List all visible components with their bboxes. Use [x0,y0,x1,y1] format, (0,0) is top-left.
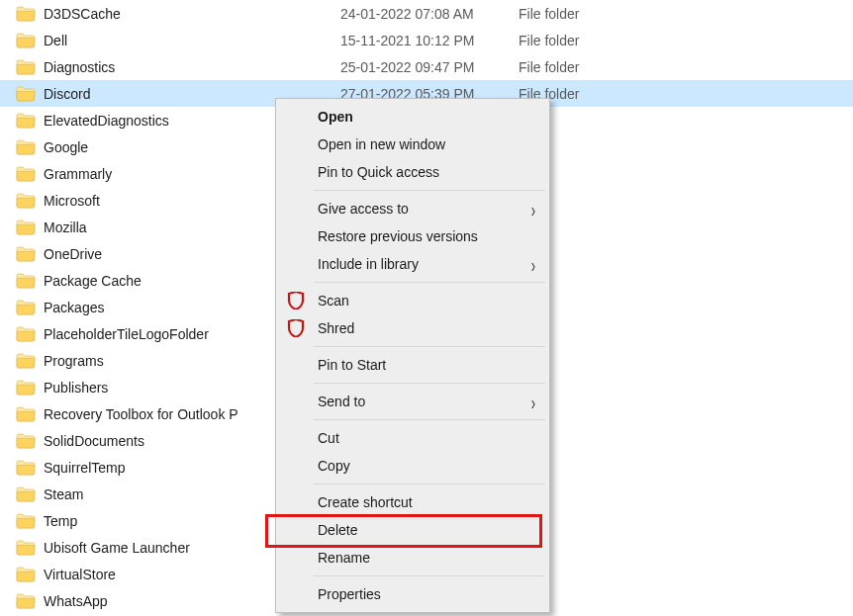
menu-item-scan[interactable]: Scan [278,287,547,314]
file-name: Diagnostics [44,59,340,75]
menu-separator [314,484,545,484]
folder-icon [16,380,36,396]
menu-item-label: Include in library [318,256,419,272]
file-type: File folder [519,6,579,22]
file-row[interactable]: D3DSCache24-01-2022 07:08 AMFile folder [0,0,853,27]
folder-icon [16,246,36,262]
menu-separator [314,190,545,191]
context-menu[interactable]: OpenOpen in new windowPin to Quick acces… [275,98,550,613]
folder-icon [16,193,36,209]
folder-icon [16,567,36,582]
menu-item-label: Open [318,109,353,125]
menu-item-send-to[interactable]: Send to› [278,388,547,415]
menu-item-copy[interactable]: Copy [278,452,547,480]
folder-icon [16,593,36,609]
folder-icon [16,6,36,22]
menu-item-label: Scan [318,293,349,308]
menu-item-label: Restore previous versions [318,228,478,244]
menu-item-label: Shred [318,320,354,336]
folder-icon [16,59,36,75]
menu-item-label: Rename [318,550,370,566]
chevron-right-icon: › [531,390,535,413]
menu-item-label: Open in new window [318,136,445,152]
folder-icon [16,433,36,449]
menu-item-restore-previous-versions[interactable]: Restore previous versions [278,222,547,250]
folder-icon [16,33,36,48]
folder-icon [16,326,36,342]
menu-item-label: Pin to Quick access [318,164,439,180]
menu-item-label: Create shortcut [318,494,413,510]
file-row[interactable]: Diagnostics25-01-2022 09:47 PMFile folde… [0,53,853,80]
menu-item-cut[interactable]: Cut [278,424,547,452]
mcafee-shield-icon [286,292,306,309]
menu-item-open-in-new-window[interactable]: Open in new window [278,131,547,158]
folder-icon [16,540,36,556]
menu-item-give-access-to[interactable]: Give access to› [278,195,547,222]
menu-separator [314,346,545,347]
folder-icon [16,460,36,476]
menu-item-rename[interactable]: Rename [278,544,547,572]
folder-icon [16,139,36,155]
menu-separator [314,575,545,576]
menu-item-label: Pin to Start [318,357,386,373]
file-name: Dell [44,33,340,48]
chevron-right-icon: › [531,197,535,220]
folder-icon [16,486,36,502]
menu-separator [314,282,545,283]
folder-icon [16,220,36,235]
file-date-modified: 15-11-2021 10:12 PM [340,33,519,48]
menu-item-open[interactable]: Open [278,103,547,131]
file-date-modified: 24-01-2022 07:08 AM [340,6,519,22]
chevron-right-icon: › [531,252,535,276]
menu-item-include-in-library[interactable]: Include in library› [278,250,547,278]
file-name: D3DSCache [44,6,340,22]
menu-item-shred[interactable]: Shred [278,314,547,342]
mcafee-shield-icon [286,319,306,337]
folder-icon [16,273,36,289]
menu-item-label: Copy [318,458,350,474]
folder-icon [16,86,36,102]
menu-item-pin-to-quick-access[interactable]: Pin to Quick access [278,158,547,186]
folder-icon [16,353,36,369]
file-date-modified: 25-01-2022 09:47 PM [340,59,519,75]
menu-item-create-shortcut[interactable]: Create shortcut [278,488,547,516]
folder-icon [16,513,36,529]
menu-item-pin-to-start[interactable]: Pin to Start [278,351,547,379]
folder-icon [16,300,36,315]
folder-icon [16,113,36,129]
menu-separator [314,383,545,384]
menu-separator [314,419,545,420]
file-type: File folder [519,59,579,75]
menu-item-label: Properties [318,586,381,602]
file-type: File folder [519,33,579,48]
menu-item-label: Send to [318,394,365,409]
folder-icon [16,166,36,182]
folder-icon [16,406,36,422]
file-row[interactable]: Dell15-11-2021 10:12 PMFile folder [0,27,853,53]
menu-item-label: Give access to [318,201,409,217]
menu-item-delete[interactable]: Delete [278,516,547,544]
menu-item-properties[interactable]: Properties [278,580,547,608]
menu-item-label: Delete [318,522,357,538]
menu-item-label: Cut [318,430,339,446]
